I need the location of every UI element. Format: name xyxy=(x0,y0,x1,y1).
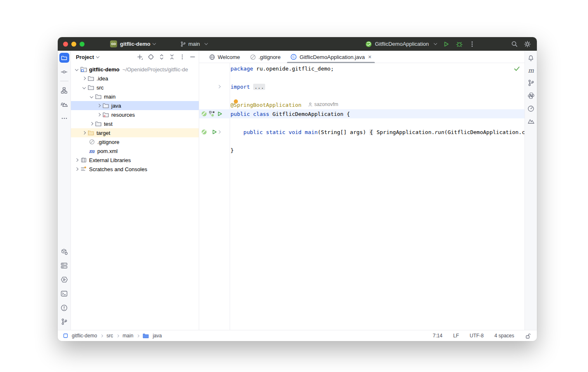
profiler-gauge-icon[interactable] xyxy=(527,105,534,112)
project-name-widget[interactable]: gitflic-demo xyxy=(120,41,151,47)
spring-bean-gutter-icon[interactable] xyxy=(201,129,207,135)
code-author-inlay[interactable]: sazonovfm xyxy=(308,101,338,107)
tree-item-label: .gitignore xyxy=(97,139,119,145)
fold-chevron-icon[interactable] xyxy=(217,130,221,134)
build-toolwindow-button[interactable] xyxy=(59,247,69,257)
spring-bean-gutter-icon[interactable] xyxy=(201,111,207,117)
gutter xyxy=(199,127,230,137)
run-button[interactable] xyxy=(442,40,450,48)
terminal-toolwindow-button[interactable] xyxy=(59,289,69,299)
services-icon xyxy=(61,262,68,269)
breadcrumb-item[interactable]: gitflic-demo xyxy=(72,333,97,339)
maven-toolwindow-button[interactable]: m xyxy=(528,68,534,74)
tab-welcome[interactable]: Welcome xyxy=(204,51,245,63)
folded-imports[interactable]: ... xyxy=(253,84,265,90)
status-widgets: 7:14 LF UTF-8 4 spaces xyxy=(433,333,531,339)
expand-all-icon[interactable] xyxy=(159,54,165,60)
toolwindow-widget-icon[interactable] xyxy=(63,333,68,338)
minimize-window-button[interactable] xyxy=(71,42,76,47)
code-line: @SpringBootApplicationsazonovfm xyxy=(199,100,524,109)
tree-row-resources[interactable]: resources xyxy=(71,110,199,119)
bean-dependencies-gutter-icon[interactable] xyxy=(209,111,215,117)
close-window-button[interactable] xyxy=(63,42,68,47)
run-configuration-selector[interactable]: GitflicDemoApplication xyxy=(365,41,437,47)
tree-row-idea[interactable]: .idea xyxy=(71,74,199,83)
tree-item-label: .idea xyxy=(96,75,108,82)
breadcrumb-item[interactable]: main xyxy=(122,333,133,339)
commit-toolwindow-button[interactable] xyxy=(59,67,69,77)
breadcrumb-item[interactable]: java xyxy=(153,333,162,339)
tree-row-main[interactable]: main xyxy=(71,92,199,101)
collapse-all-icon[interactable] xyxy=(169,54,175,60)
indent-widget[interactable]: 4 spaces xyxy=(494,333,514,339)
toolbar-divider xyxy=(60,81,68,81)
tree-row-gitignore[interactable]: .gitignore xyxy=(71,137,199,146)
window-controls xyxy=(63,42,85,47)
fold-chevron-icon[interactable] xyxy=(217,85,221,88)
run-configuration-name: GitflicDemoApplication xyxy=(375,41,429,47)
run-toolwindow-button[interactable] xyxy=(59,275,69,285)
resources-folder-icon xyxy=(102,112,109,118)
sources-folder-icon xyxy=(102,103,109,108)
add-icon[interactable] xyxy=(137,54,143,60)
folder-icon xyxy=(87,76,94,81)
more-toolwindows-button[interactable] xyxy=(59,113,69,123)
folded-method-body[interactable]: { xyxy=(369,129,374,135)
project-avatar: GD xyxy=(110,40,117,47)
problems-toolwindow-button[interactable] xyxy=(59,303,69,313)
structure-toolwindow-button[interactable] xyxy=(59,85,69,95)
tree-item-label: java xyxy=(111,103,121,109)
run-main-gutter-icon[interactable] xyxy=(212,129,217,135)
tree-row-scratches[interactable]: Scratches and Consoles xyxy=(71,165,199,174)
annotation-marker-dot xyxy=(234,99,238,104)
run-class-gutter-icon[interactable] xyxy=(217,111,223,117)
inspections-ok-check-icon[interactable] xyxy=(514,66,520,71)
git-branch-icon xyxy=(61,318,67,325)
tree-row-pom[interactable]: m pom.xml xyxy=(71,146,199,155)
notifications-bell-icon[interactable] xyxy=(527,55,534,62)
tree-item-label: pom.xml xyxy=(97,148,118,154)
line-separator-widget[interactable]: LF xyxy=(453,333,459,339)
code-line: import ... xyxy=(199,82,524,91)
caret-position-widget[interactable]: 7:14 xyxy=(433,333,442,339)
find-toolwindow-button[interactable] xyxy=(59,99,69,109)
tab-label: GitflicDemoApplication.java xyxy=(299,54,365,60)
debug-button[interactable] xyxy=(456,40,463,48)
locate-file-icon[interactable] xyxy=(148,54,154,60)
tree-row-src[interactable]: src xyxy=(71,83,199,92)
tree-row-target[interactable]: target xyxy=(71,128,199,137)
git-branch-widget[interactable]: main xyxy=(180,41,207,47)
search-everywhere-icon[interactable] xyxy=(511,40,518,47)
project-folder-icon xyxy=(80,66,87,72)
panel-options-kebab-icon[interactable] xyxy=(179,54,185,60)
unlocked-icon[interactable] xyxy=(525,333,531,339)
close-tab-icon[interactable]: × xyxy=(368,54,372,60)
breadcrumb-item[interactable]: src xyxy=(106,333,113,339)
breadcrumb: gitflic-demo src main java xyxy=(63,333,162,339)
tree-row-java[interactable]: java xyxy=(71,101,199,110)
ignored-file-icon xyxy=(88,139,95,145)
tree-row-project-root[interactable]: gitflic-demo ~/OpenideProjects/gitflic-d… xyxy=(71,65,199,74)
dependencies-graph-icon[interactable] xyxy=(528,80,534,86)
project-toolwindow-button[interactable] xyxy=(59,53,69,63)
git-toolwindow-button[interactable] xyxy=(59,317,69,327)
tab-gitignore[interactable]: .gitignore xyxy=(245,51,285,63)
tree-row-external-libraries[interactable]: External Libraries xyxy=(71,155,199,165)
project-panel-title[interactable]: Project xyxy=(76,54,94,60)
python-packages-icon[interactable] xyxy=(527,92,535,99)
folder-icon xyxy=(95,94,102,99)
tree-row-test[interactable]: test xyxy=(71,119,199,128)
zoom-window-button[interactable] xyxy=(80,42,85,47)
more-actions-kebab-icon[interactable] xyxy=(469,41,475,47)
coverage-mountains-icon[interactable] xyxy=(527,118,535,124)
code-line: package ru.openide.gitflic_demo; xyxy=(199,64,524,73)
code-editor[interactable]: package ru.openide.gitflic_demo; import … xyxy=(199,63,524,330)
services-toolwindow-button[interactable] xyxy=(59,261,69,271)
settings-gear-icon[interactable] xyxy=(524,40,531,48)
tab-label: .gitignore xyxy=(259,54,280,60)
hide-panel-icon[interactable] xyxy=(190,54,195,60)
chevron-right-icon xyxy=(75,158,78,162)
chevron-right-icon xyxy=(75,167,78,171)
tab-gitflicdemoapplication[interactable]: C GitflicDemoApplication.java × xyxy=(285,51,376,63)
encoding-widget[interactable]: UTF-8 xyxy=(470,333,484,339)
